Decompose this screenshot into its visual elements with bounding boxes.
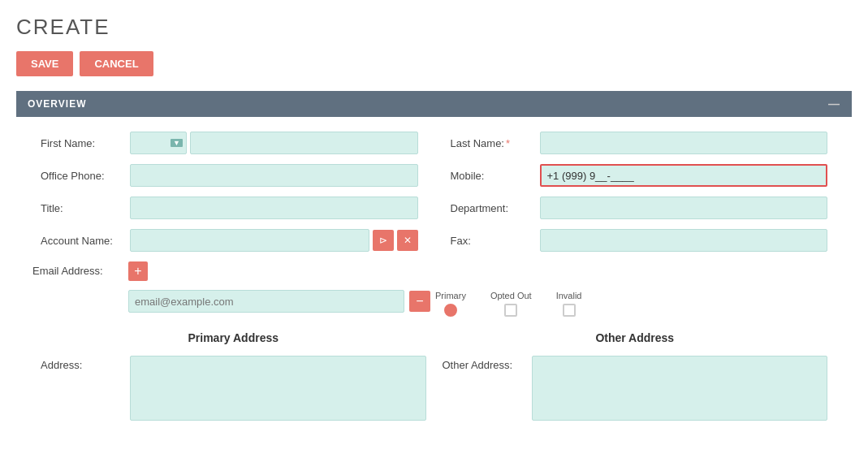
opted-out-option: Opted Out <box>490 291 532 317</box>
primary-option: Primary <box>435 291 466 317</box>
email-row: − Primary Opted Out Invalid <box>128 286 836 317</box>
address-grid: Primary Address Address: Other Address O… <box>32 331 836 429</box>
mobile-row: Mobile: <box>451 164 828 187</box>
invalid-checkbox[interactable] <box>563 304 576 317</box>
primary-radio[interactable] <box>444 304 457 317</box>
account-name-input[interactable] <box>130 229 369 252</box>
email-options: Primary Opted Out Invalid <box>435 291 581 317</box>
cancel-button[interactable]: CANCEL <box>80 51 153 76</box>
mobile-label: Mobile: <box>451 170 540 182</box>
fax-input[interactable] <box>540 229 828 252</box>
email-input[interactable] <box>128 290 404 313</box>
add-email-button[interactable]: + <box>128 261 148 281</box>
last-name-row: Last Name: <box>451 132 828 154</box>
mobile-input[interactable] <box>540 164 828 187</box>
opted-out-label: Opted Out <box>490 291 532 300</box>
remove-email-button[interactable]: − <box>409 291 430 312</box>
account-name-select-button[interactable]: ⊳ <box>373 230 394 251</box>
first-name-row: First Name: Mr. Ms. Mrs. Dr. <box>41 132 418 154</box>
fax-label: Fax: <box>451 235 540 247</box>
last-name-input[interactable] <box>540 132 828 154</box>
department-input[interactable] <box>540 197 828 219</box>
department-label: Department: <box>451 202 540 214</box>
email-content: + − Primary Opted Out <box>128 261 836 317</box>
prefix-wrapper: Mr. Ms. Mrs. Dr. <box>130 132 187 154</box>
office-phone-row: Office Phone: <box>41 164 418 187</box>
last-name-label: Last Name: <box>451 137 540 149</box>
title-input[interactable] <box>130 197 418 219</box>
account-name-label: Account Name: <box>41 235 130 247</box>
first-name-input[interactable] <box>190 132 418 154</box>
add-icon: + <box>134 264 141 279</box>
prefix-select[interactable]: Mr. Ms. Mrs. Dr. <box>130 132 187 154</box>
title-row: Title: <box>41 197 418 219</box>
title-label: Title: <box>41 202 130 214</box>
account-name-row: Account Name: ⊳ ✕ <box>41 229 418 252</box>
other-address-title: Other Address <box>443 331 828 344</box>
email-label: Email Address: <box>32 261 122 277</box>
overview-section-header: OVERVIEW — <box>16 91 852 117</box>
address-section: Primary Address Address: Other Address O… <box>16 331 852 429</box>
toolbar: SAVE CANCEL <box>16 51 852 76</box>
address-label: Address: <box>41 356 130 371</box>
form-right-col: Last Name: Mobile: Department: Fax: <box>434 132 844 261</box>
account-name-row-inner: ⊳ ✕ <box>130 229 418 252</box>
invalid-option: Invalid <box>556 291 582 317</box>
primary-address-col: Primary Address Address: <box>32 331 434 429</box>
primary-label: Primary <box>435 291 466 300</box>
collapse-icon[interactable]: — <box>828 97 840 110</box>
office-phone-label: Office Phone: <box>41 170 130 182</box>
other-address-row: Other Address: <box>443 356 828 421</box>
remove-icon: − <box>416 294 423 309</box>
clear-icon: ✕ <box>404 235 412 246</box>
page-container: CREATE SAVE CANCEL OVERVIEW — First Name… <box>0 0 868 443</box>
form-left-col: First Name: Mr. Ms. Mrs. Dr. <box>24 132 434 261</box>
department-row: Department: <box>451 197 828 219</box>
first-name-label: First Name: <box>41 137 130 149</box>
primary-address-textarea[interactable] <box>130 356 426 421</box>
other-address-textarea[interactable] <box>532 356 828 421</box>
arrow-icon: ⊳ <box>379 235 387 246</box>
form-grid: First Name: Mr. Ms. Mrs. Dr. <box>16 132 852 261</box>
opted-out-checkbox[interactable] <box>504 304 517 317</box>
invalid-label: Invalid <box>556 291 582 300</box>
account-name-clear-button[interactable]: ✕ <box>397 230 418 251</box>
primary-address-title: Primary Address <box>41 331 426 344</box>
overview-label: OVERVIEW <box>28 98 86 110</box>
fax-row: Fax: <box>451 229 828 252</box>
email-label-row: Email Address: + − Primary <box>32 261 836 317</box>
save-button[interactable]: SAVE <box>16 51 73 76</box>
primary-address-row: Address: <box>41 356 426 421</box>
other-address-col: Other Address Other Address: <box>434 331 836 429</box>
name-prefix-row: Mr. Ms. Mrs. Dr. <box>130 132 418 154</box>
page-title: CREATE <box>16 15 852 40</box>
office-phone-input[interactable] <box>130 164 418 187</box>
email-section: Email Address: + − Primary <box>16 261 852 317</box>
other-address-label: Other Address: <box>443 356 532 371</box>
